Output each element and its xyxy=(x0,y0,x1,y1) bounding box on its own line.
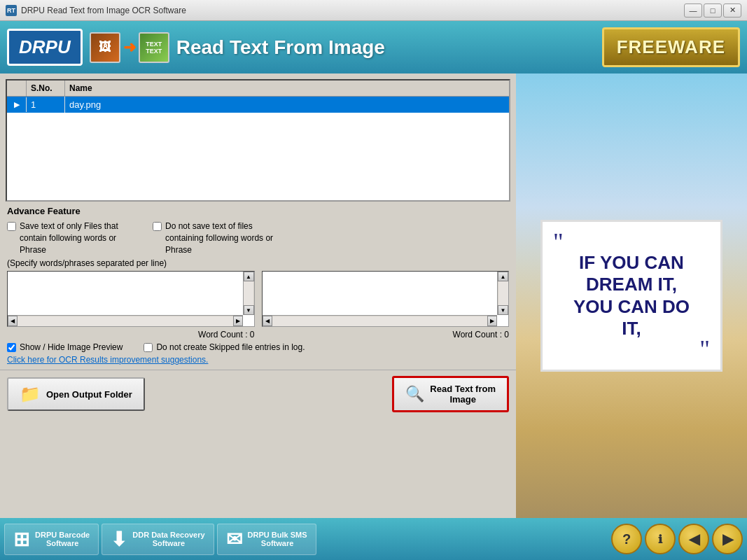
save-text-label: Save text of only Files that contain fol… xyxy=(20,220,139,255)
read-btn-icon: 🔍 xyxy=(405,385,424,403)
no-skipped-item: Do not create Skipped file entries in lo… xyxy=(144,342,305,352)
close-button[interactable]: ✕ xyxy=(723,4,741,18)
image-icon: 🖼 xyxy=(90,32,120,63)
header-title: Read Text From Image xyxy=(176,36,595,59)
quote-text: IF YOU CANDREAM IT,YOU CAN DOIT, xyxy=(553,252,710,340)
scroll-left-2[interactable]: ◀ xyxy=(263,316,272,326)
scroll-v-2: ▲ ▼ xyxy=(497,272,508,315)
show-hide-item: Show / Hide Image Preview xyxy=(7,342,123,352)
row-sno: 1 xyxy=(27,97,65,113)
help-button[interactable]: ? xyxy=(611,524,642,554)
sky-background: " IF YOU CANDREAM IT,YOU CAN DOIT, " xyxy=(516,74,747,518)
save-text-checkbox[interactable] xyxy=(7,222,16,231)
info-button[interactable]: ℹ xyxy=(645,524,676,554)
file-table: S.No. Name ▶ 1 day.png xyxy=(6,79,510,202)
header-icon-group: 🖼 ➜ TEXTTEXT xyxy=(90,32,169,63)
col-name-header: Name xyxy=(65,80,509,96)
scroll-up-2[interactable]: ▲ xyxy=(498,272,508,281)
word-count-1: Word Count : 0 xyxy=(7,330,255,340)
open-folder-label: Open Output Folder xyxy=(46,389,132,400)
quote-close: " xyxy=(553,343,710,356)
app-icon-text: RT xyxy=(7,7,15,14)
scroll-down-1[interactable]: ▼ xyxy=(244,305,254,315)
scroll-track-h-1 xyxy=(18,316,233,326)
drpu-logo: DRPU xyxy=(7,29,83,66)
bottom-checkboxes: Show / Hide Image Preview Do not create … xyxy=(7,342,509,352)
left-panel: S.No. Name ▶ 1 day.png Advance Feature S… xyxy=(0,74,516,518)
back-button[interactable]: ◀ xyxy=(678,524,709,554)
row-arrow: ▶ xyxy=(7,97,27,112)
right-panel: " IF YOU CANDREAM IT,YOU CAN DOIT, " xyxy=(516,74,747,518)
sms-label: DRPU Bulk SMSSoftware xyxy=(248,531,307,547)
table-header: S.No. Name xyxy=(7,80,509,97)
action-bar: 📁 Open Output Folder 🔍 Read Text fromIma… xyxy=(0,370,516,418)
text-icon: TEXTTEXT xyxy=(139,32,169,63)
folder-icon: 📁 xyxy=(20,384,41,404)
read-text-button[interactable]: 🔍 Read Text fromImage xyxy=(392,376,509,412)
checkbox-row: Save text of only Files that contain fol… xyxy=(7,220,509,255)
sms-icon: ✉ xyxy=(226,528,242,551)
open-output-folder-button[interactable]: 📁 Open Output Folder xyxy=(7,377,145,411)
textareas-row: ▲ ▼ ◀ ▶ ▲ ▼ xyxy=(7,271,509,327)
word-count-row: Word Count : 0 Word Count : 0 xyxy=(7,330,509,340)
quote-open: " xyxy=(553,236,710,248)
show-hide-checkbox[interactable] xyxy=(7,343,16,352)
scroll-v-1: ▲ ▼ xyxy=(243,272,254,315)
header: DRPU 🖼 ➜ TEXTTEXT Read Text From Image F… xyxy=(0,21,747,74)
read-text-label: Read Text fromImage xyxy=(430,384,496,405)
no-skipped-label: Do not create Skipped file entries in lo… xyxy=(156,342,305,352)
specify-text: (Specify words/phrases separated per lin… xyxy=(7,258,509,268)
titlebar-title: DRPU Read Text from Image OCR Software xyxy=(21,6,684,15)
table-row[interactable]: ▶ 1 day.png xyxy=(7,97,509,113)
maximize-button[interactable]: □ xyxy=(704,4,722,18)
scroll-track-h-2 xyxy=(272,316,488,326)
ocr-link[interactable]: Click here for OCR Results improvement s… xyxy=(7,355,509,365)
row-filename: day.png xyxy=(65,97,509,113)
advance-section: Advance Feature Save text of only Files … xyxy=(0,202,516,370)
scroll-right-1[interactable]: ▶ xyxy=(233,316,243,326)
col-sno-header: S.No. xyxy=(27,80,65,96)
recovery-icon: ⬇ xyxy=(111,528,127,551)
donot-save-checkbox[interactable] xyxy=(153,222,162,231)
taskbar-barcode-app[interactable]: ⊞ DRPU BarcodeSoftware xyxy=(4,524,99,555)
forward-button[interactable]: ▶ xyxy=(712,524,743,554)
taskbar: ⊞ DRPU BarcodeSoftware ⬇ DDR Data Recove… xyxy=(0,518,747,560)
show-hide-label: Show / Hide Image Preview xyxy=(20,342,123,352)
barcode-icon: ⊞ xyxy=(13,528,29,551)
taskbar-sms-app[interactable]: ✉ DRPU Bulk SMSSoftware xyxy=(217,524,316,555)
scroll-h-2: ◀ ▶ xyxy=(263,315,498,326)
advance-title: Advance Feature xyxy=(7,206,509,216)
checkbox-item-1: Save text of only Files that contain fol… xyxy=(7,220,139,255)
minimize-button[interactable]: — xyxy=(684,4,702,18)
donot-save-label: Do not save text of files containing fol… xyxy=(165,220,284,255)
word-count-2: Word Count : 0 xyxy=(262,330,510,340)
col-arrow-header xyxy=(7,80,27,96)
titlebar: RT DRPU Read Text from Image OCR Softwar… xyxy=(0,0,747,21)
barcode-label: DRPU BarcodeSoftware xyxy=(35,531,90,547)
arrow-icon: ➜ xyxy=(123,38,136,57)
quote-box: " IF YOU CANDREAM IT,YOU CAN DOIT, " xyxy=(540,220,722,372)
recovery-label: DDR Data RecoverySoftware xyxy=(132,531,204,547)
freeware-badge: FREEWARE xyxy=(602,27,740,67)
scroll-down-2[interactable]: ▼ xyxy=(498,305,508,315)
table-body: ▶ 1 day.png xyxy=(7,97,509,113)
scroll-right-2[interactable]: ▶ xyxy=(487,316,497,326)
app-icon: RT xyxy=(6,5,17,16)
scroll-h-1: ◀ ▶ xyxy=(8,315,243,326)
textarea-box-1: ▲ ▼ ◀ ▶ xyxy=(7,271,255,327)
textarea-box-2: ▲ ▼ ◀ ▶ xyxy=(262,271,510,327)
taskbar-recovery-app[interactable]: ⬇ DDR Data RecoverySoftware xyxy=(102,524,214,555)
titlebar-controls: — □ ✕ xyxy=(684,4,741,18)
scroll-left-1[interactable]: ◀ xyxy=(8,316,18,326)
checkbox-item-2: Do not save text of files containing fol… xyxy=(153,220,284,255)
scroll-track-v-2 xyxy=(498,281,508,305)
main-container: S.No. Name ▶ 1 day.png Advance Feature S… xyxy=(0,74,747,518)
scroll-up-1[interactable]: ▲ xyxy=(244,272,254,281)
no-skipped-checkbox[interactable] xyxy=(144,343,153,352)
scroll-track-v-1 xyxy=(244,281,253,305)
